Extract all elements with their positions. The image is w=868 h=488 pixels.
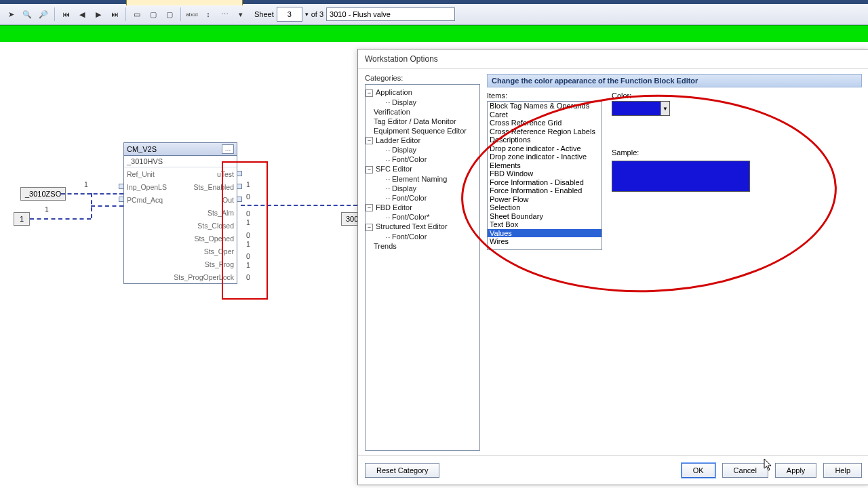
tree-node[interactable]: Ladder Editor: [367, 136, 478, 146]
list-item[interactable]: Selection: [488, 203, 601, 212]
list-item[interactable]: Caret: [488, 110, 601, 119]
output-value: 0: [246, 273, 250, 281]
nav-first-icon[interactable]: ⏮: [59, 7, 73, 21]
sheet-number-input[interactable]: [277, 7, 302, 22]
app-root: ➤ 🔍 🔎 ⏮ ◀ ▶ ⏭ ▭ ▢ ▢ abcd ↕ ⋯ ▾ Sheet ▾ o…: [0, 0, 868, 488]
workstation-options-dialog: Workstation Options Categories: Applicat…: [357, 49, 868, 485]
list-item[interactable]: Drop zone indicator - Active: [488, 144, 601, 153]
ok-button[interactable]: OK: [682, 463, 715, 478]
cancel-button[interactable]: Cancel: [722, 463, 768, 478]
abcd-icon[interactable]: abcd: [185, 7, 199, 21]
wire-value: 1: [84, 180, 88, 188]
tree-node[interactable]: Font/Color: [367, 193, 478, 203]
list-item[interactable]: Text Box: [488, 220, 601, 229]
constant-block[interactable]: 1: [14, 212, 30, 226]
help-button[interactable]: Help: [823, 463, 862, 478]
list-item[interactable]: Force Information - Enabled: [488, 186, 601, 195]
fb-header[interactable]: CM_V2S …: [124, 143, 237, 156]
output-value: 0: [246, 192, 250, 201]
document-tabstrip: [0, 0, 868, 4]
dialog-footer: Reset Category OK Cancel Apply Help: [358, 455, 868, 485]
tree-node[interactable]: Tag Editor / Data Monitor: [367, 117, 478, 126]
function-block[interactable]: CM_V2S … _3010HVS Ref_UnituTest Inp_Open…: [123, 142, 237, 284]
list-item[interactable]: Elements: [488, 161, 601, 170]
tool-icon[interactable]: ▭: [130, 7, 144, 21]
output-value: 1: [246, 261, 250, 269]
color-picker[interactable]: ▼: [612, 101, 670, 116]
pointer-icon[interactable]: ➤: [4, 7, 18, 21]
tree-node[interactable]: Verification: [367, 107, 478, 117]
zoom-in-icon[interactable]: 🔍: [20, 7, 34, 21]
nav-next-icon[interactable]: ▶: [92, 7, 105, 21]
separator: [125, 7, 126, 21]
active-tab[interactable]: [126, 0, 243, 5]
list-item[interactable]: Wires: [488, 237, 601, 246]
tree-node[interactable]: Font/Color*: [367, 212, 478, 222]
wire-value: 1: [45, 205, 49, 214]
tree-node[interactable]: Display: [367, 98, 478, 107]
status-bar-ok: [0, 25, 868, 43]
categories-tree[interactable]: ApplicationDisplayVerificationTag Editor…: [365, 84, 480, 451]
list-item[interactable]: Cross Reference Grid: [488, 119, 601, 127]
apply-button[interactable]: Apply: [775, 463, 817, 478]
wire[interactable]: [30, 218, 91, 220]
reset-category-button[interactable]: Reset Category: [365, 463, 439, 478]
fb-input-pin[interactable]: Ref_Unit: [127, 170, 155, 178]
sample-label: Sample:: [612, 148, 750, 157]
section-heading: Change the color appearance of the Funct…: [487, 74, 862, 87]
tree-node[interactable]: Display: [367, 184, 478, 193]
dropdown-icon[interactable]: ▾: [234, 7, 248, 21]
list-item[interactable]: FBD Window: [488, 169, 601, 178]
tree-node[interactable]: Trends: [367, 241, 478, 251]
wire[interactable]: [61, 193, 123, 195]
color-label: Color:: [612, 92, 750, 100]
tree-node[interactable]: Font/Color: [367, 155, 478, 164]
pin-connector[interactable]: [119, 197, 124, 202]
toolbar: ➤ 🔍 🔎 ⏮ ◀ ▶ ⏭ ▭ ▢ ▢ abcd ↕ ⋯ ▾ Sheet ▾ o…: [0, 4, 868, 25]
nav-prev-icon[interactable]: ◀: [75, 7, 89, 21]
separator: [180, 7, 181, 21]
list-item[interactable]: Cross Reference Region Labels: [488, 127, 601, 136]
tool-icon[interactable]: ↕: [201, 7, 215, 21]
tool-icon[interactable]: ⋯: [218, 7, 231, 21]
tree-node[interactable]: Equipment Sequence Editor: [367, 126, 478, 136]
tree-node[interactable]: Element Naming: [367, 174, 478, 184]
tag-reference[interactable]: _3010ZSO: [20, 187, 66, 201]
nav-last-icon[interactable]: ⏭: [108, 7, 121, 21]
pin-connector[interactable]: [119, 184, 124, 189]
tool-icon[interactable]: ▢: [146, 7, 160, 21]
list-item[interactable]: Force Information - Disabled: [488, 178, 601, 187]
fb-input-pin[interactable]: PCmd_Acq: [127, 196, 163, 204]
sheet-dropdown-icon[interactable]: ▾: [305, 11, 309, 18]
chevron-down-icon[interactable]: ▼: [660, 102, 669, 115]
list-item[interactable]: Values: [488, 229, 601, 238]
list-item[interactable]: Sheet Boundary: [488, 212, 601, 221]
list-item[interactable]: Drop zone indicator - Inactive: [488, 152, 601, 161]
separator: [54, 7, 55, 21]
output-value: 0: [246, 252, 250, 260]
wire[interactable]: [91, 205, 123, 207]
tree-node[interactable]: Application: [367, 87, 478, 98]
sheet-label: Sheet: [254, 10, 274, 18]
sheet-name-field[interactable]: 3010 - Flush valve: [326, 7, 455, 21]
dialog-title: Workstation Options: [358, 49, 868, 69]
tree-node[interactable]: Structured Text Editor: [367, 222, 478, 232]
items-label: Items:: [487, 92, 602, 100]
zoom-out-icon[interactable]: 🔎: [37, 7, 50, 21]
tree-node[interactable]: Font/Color: [367, 232, 478, 241]
annotation-rect: [222, 161, 268, 300]
tree-node[interactable]: FBD Editor: [367, 203, 478, 213]
tree-node[interactable]: SFC Editor: [367, 164, 478, 174]
fb-instance-name: _3010HVS: [124, 156, 237, 167]
list-item[interactable]: Descriptions: [488, 136, 601, 144]
output-value: 1: [246, 218, 250, 226]
items-listbox[interactable]: Block Tag Names & OperandsCaretCross Ref…: [487, 101, 602, 250]
output-value: 1: [246, 240, 250, 248]
list-item[interactable]: Block Tag Names & Operands: [488, 102, 601, 110]
tree-node[interactable]: Display: [367, 145, 478, 155]
list-item[interactable]: Power Flow: [488, 195, 601, 204]
fb-body: Ref_UnituTest Inp_OpenLSSts_Enabled PCmd…: [124, 167, 237, 283]
fb-properties-button[interactable]: …: [222, 144, 234, 154]
tool-icon[interactable]: ▢: [163, 7, 176, 21]
fb-input-pin[interactable]: Inp_OpenLS: [127, 183, 167, 191]
